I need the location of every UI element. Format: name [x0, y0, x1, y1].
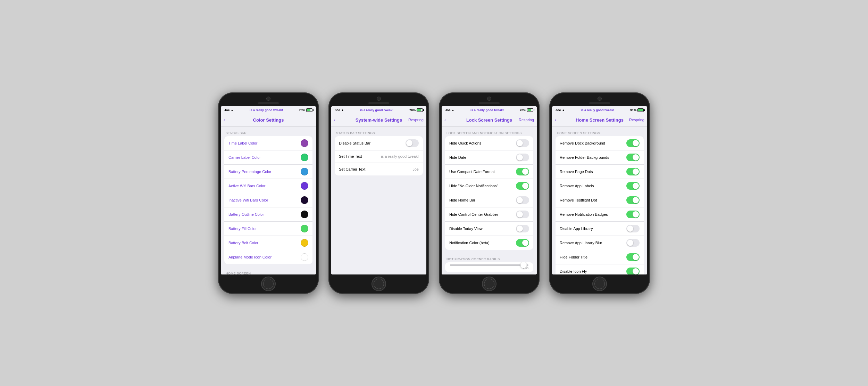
toggle[interactable]	[626, 182, 640, 190]
home-button[interactable]	[482, 277, 496, 291]
settings-row: Set Time Textis a really good tweak!	[335, 150, 423, 163]
respring-button[interactable]: Respring	[519, 118, 534, 122]
settings-row[interactable]: Hide Quick Actions	[445, 136, 533, 150]
settings-row[interactable]: Notification Color (beta)	[445, 236, 533, 250]
toggle[interactable]	[516, 168, 529, 175]
toggle[interactable]	[626, 154, 640, 161]
settings-row[interactable]: Remove Dock Background	[556, 136, 644, 150]
toggle[interactable]	[516, 196, 529, 204]
home-button[interactable]	[372, 277, 386, 291]
section-header: NOTIFICATION CORNER RADIUS	[442, 253, 537, 262]
phone-lock-screen: Joe ▲is a really good tweak!70%‹Lock Scr…	[439, 92, 540, 294]
back-button[interactable]: ‹	[444, 118, 446, 122]
color-dot[interactable]	[301, 239, 308, 247]
row-label: Active Wifi Bars Color	[228, 184, 265, 188]
toggle[interactable]	[626, 139, 640, 147]
respring-button[interactable]: Respring	[408, 118, 424, 122]
slider-track[interactable]	[450, 264, 528, 266]
toggle[interactable]	[626, 268, 640, 274]
settings-row[interactable]: Remove App Labels	[556, 179, 644, 193]
color-dot[interactable]	[301, 168, 308, 175]
row-label: Disable Today View	[449, 227, 483, 231]
settings-row: Battery Outline Color	[224, 207, 312, 222]
toggle[interactable]	[626, 239, 640, 247]
settings-row[interactable]: Hide Control Center Grabber	[445, 207, 533, 222]
settings-row[interactable]: Remove App Library Blur	[556, 236, 644, 250]
toggle[interactable]	[626, 253, 640, 261]
home-button-inner	[594, 279, 605, 289]
settings-row[interactable]: Disable Status Bar	[335, 136, 423, 150]
battery-percent: 70%	[299, 108, 305, 112]
toggle[interactable]	[406, 139, 419, 147]
color-dot[interactable]	[301, 253, 308, 261]
section-header-label: NOTIFICATION CORNER RADIUS	[446, 257, 500, 261]
color-dot[interactable]	[301, 182, 308, 190]
settings-row[interactable]: Hide Folder Title	[556, 250, 644, 264]
toggle[interactable]	[626, 225, 640, 232]
text-input-value: is a really good tweak!	[381, 154, 419, 158]
phone-speaker	[258, 102, 279, 104]
settings-row: Battery Percentage Color	[224, 165, 312, 179]
slider-group: 1.00	[445, 262, 533, 272]
toggle[interactable]	[516, 182, 529, 190]
battery-icon	[637, 108, 644, 112]
nav-title: Home Screen Settings	[576, 117, 624, 123]
phone-camera	[487, 97, 491, 101]
toggle[interactable]	[626, 196, 640, 204]
toggle[interactable]	[516, 154, 529, 161]
color-dot[interactable]	[301, 196, 308, 204]
wifi-icon: ▲	[562, 108, 565, 112]
color-dot[interactable]	[301, 211, 308, 218]
section-header: HOME SCREEN SETTINGS	[552, 126, 647, 136]
slider-fill	[450, 264, 525, 266]
settings-group: Hide Quick ActionsHide DateUse Compact D…	[445, 136, 533, 250]
text-input-value: Joe	[412, 167, 419, 171]
back-button[interactable]: ‹	[555, 118, 556, 122]
row-label: Hide Quick Actions	[449, 141, 481, 145]
settings-row[interactable]: Disable Icon Fly	[556, 264, 644, 274]
status-bar: Joe ▲is a really good tweak!91%	[552, 106, 647, 114]
settings-row[interactable]: Remove Notification Badges	[556, 207, 644, 222]
settings-row[interactable]: Remove Folder Backgrounds	[556, 150, 644, 165]
settings-row[interactable]: Use Compact Date Format	[445, 165, 533, 179]
home-button[interactable]	[261, 277, 276, 291]
row-label: Remove Testflight Dot	[560, 198, 597, 202]
toggle[interactable]	[516, 225, 529, 232]
settings-row[interactable]: Hide "No Older Notifications"	[445, 179, 533, 193]
home-button[interactable]	[592, 277, 607, 291]
settings-row[interactable]: Remove Testflight Dot	[556, 193, 644, 207]
settings-row[interactable]: Hide Home Bar	[445, 193, 533, 207]
status-center-text: is a really good tweak!	[360, 108, 393, 112]
row-label: Disable Status Bar	[339, 141, 370, 145]
toggle[interactable]	[516, 211, 529, 218]
toggle[interactable]	[626, 211, 640, 218]
settings-row[interactable]: Disable App Library	[556, 222, 644, 236]
color-dot[interactable]	[301, 139, 308, 147]
toggle[interactable]	[516, 239, 529, 247]
settings-row[interactable]: Hide Date	[445, 150, 533, 165]
row-label: Hide Home Bar	[449, 198, 475, 202]
row-label: Hide Date	[449, 155, 466, 159]
row-label: Remove Notification Badges	[560, 212, 608, 216]
settings-row[interactable]: Disable Today View	[445, 222, 533, 236]
nav-bar: ‹Color Settings	[221, 114, 316, 126]
phone-camera	[598, 97, 602, 101]
settings-row: Time Label Color	[224, 136, 312, 150]
color-dot[interactable]	[301, 225, 308, 232]
nav-title: System-wide Settings	[356, 117, 402, 123]
respring-button[interactable]: Respring	[629, 118, 644, 122]
settings-group: Disable Status BarSet Time Textis a real…	[335, 136, 423, 175]
section-header-label: STATUS BAR	[226, 131, 247, 135]
color-dot[interactable]	[301, 154, 308, 161]
row-label: Set Time Text	[339, 154, 362, 158]
back-button[interactable]: ‹	[334, 118, 335, 122]
section-header-label: STATUS BAR SETTINGS	[336, 131, 375, 135]
settings-row[interactable]: Remove Page Dots	[556, 165, 644, 179]
toggle[interactable]	[626, 168, 640, 175]
status-right: 70%	[299, 108, 312, 112]
row-label: Disable App Library	[560, 227, 593, 231]
toggle[interactable]	[516, 139, 529, 147]
phone-home-screen: Joe ▲is a really good tweak!91%‹Home Scr…	[549, 92, 650, 294]
back-button[interactable]: ‹	[224, 118, 225, 122]
row-label: Remove Folder Backgrounds	[560, 155, 609, 159]
